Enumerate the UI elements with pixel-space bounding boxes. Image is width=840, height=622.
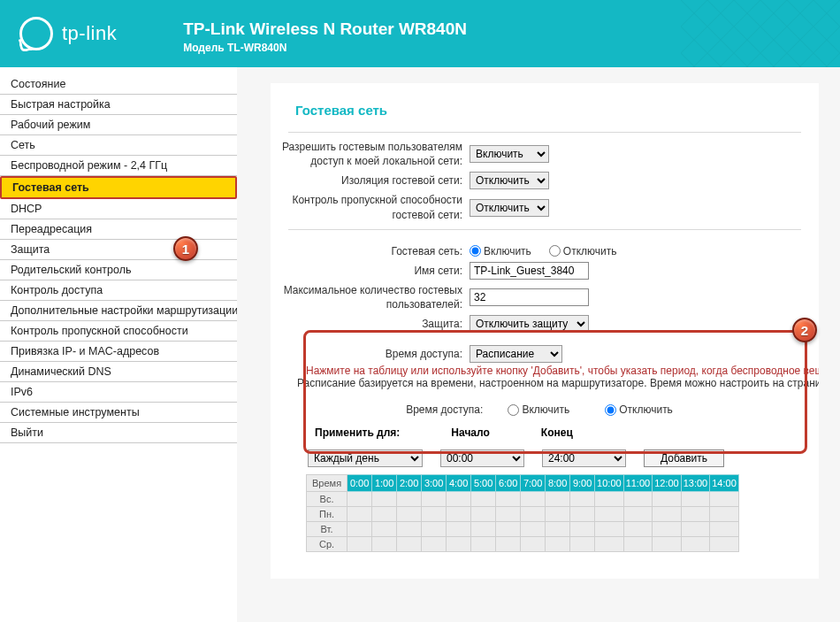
- schedule-cell[interactable]: [521, 507, 546, 522]
- schedule-cell[interactable]: [347, 507, 372, 522]
- top-settings: Разрешить гостевым пользователям доступ …: [271, 138, 819, 224]
- schedule-cell[interactable]: [710, 537, 739, 552]
- schedule-cell[interactable]: [681, 522, 710, 537]
- schedule-cell[interactable]: [471, 507, 496, 522]
- sidebar-item[interactable]: Дополнительные настройки маршрутизации: [0, 301, 237, 321]
- schedule-day-label: Вт.: [307, 522, 347, 537]
- sidebar-item[interactable]: Сеть: [0, 135, 237, 156]
- schedule-hour-header: 7:00: [521, 475, 546, 492]
- schedule-cell[interactable]: [570, 492, 595, 507]
- sidebar-item[interactable]: Контроль пропускной способности: [0, 321, 237, 342]
- schedule-cell[interactable]: [447, 522, 471, 537]
- schedule-cell[interactable]: [447, 507, 471, 522]
- sidebar-item[interactable]: Родительский контроль: [0, 260, 237, 280]
- schedule-cell[interactable]: [546, 492, 570, 507]
- schedule-cell[interactable]: [570, 507, 595, 522]
- sidebar-item[interactable]: IPv6: [0, 382, 237, 403]
- sidebar-item[interactable]: Контроль доступа: [0, 280, 237, 301]
- schedule-cell[interactable]: [653, 507, 682, 522]
- schedule-cell[interactable]: [422, 522, 447, 537]
- sidebar-item[interactable]: DHCP: [0, 199, 237, 219]
- schedule-cell[interactable]: [471, 492, 496, 507]
- schedule-cell[interactable]: [347, 522, 372, 537]
- schedule-cell[interactable]: [447, 492, 471, 507]
- sidebar-item[interactable]: Быстрая настройка: [0, 95, 237, 115]
- schedule-cell[interactable]: [347, 492, 372, 507]
- select-isolation[interactable]: Отключить: [470, 172, 549, 189]
- schedule-cell[interactable]: [496, 522, 521, 537]
- schedule-day-label: Вс.: [307, 492, 347, 507]
- sidebar-item[interactable]: Выйти: [0, 423, 237, 443]
- schedule-cell[interactable]: [397, 522, 422, 537]
- input-ssid[interactable]: [470, 262, 589, 280]
- device-title: TP-Link Wireless N Router WR840N: [183, 19, 467, 39]
- schedule-cell[interactable]: [595, 522, 624, 537]
- schedule-hour-header: 12:00: [653, 475, 682, 492]
- radio-guest-disable[interactable]: Отключить: [549, 245, 617, 257]
- schedule-cell[interactable]: [623, 507, 653, 522]
- schedule-cell[interactable]: [397, 492, 422, 507]
- input-max-users[interactable]: [470, 288, 589, 306]
- sidebar-item[interactable]: Беспроводной режим - 2,4 ГГц: [0, 156, 237, 176]
- tp-link-icon: [19, 17, 53, 50]
- schedule-cell[interactable]: [681, 507, 710, 522]
- select-allow-local[interactable]: Включить: [470, 145, 549, 163]
- schedule-cell[interactable]: [471, 522, 496, 537]
- schedule-hour-header: 8:00: [546, 475, 570, 492]
- schedule-cell[interactable]: [623, 492, 653, 507]
- schedule-cell[interactable]: [372, 492, 397, 507]
- schedule-cell[interactable]: [546, 522, 570, 537]
- device-model: Модель TL-WR840N: [183, 42, 467, 54]
- schedule-cell[interactable]: [710, 507, 739, 522]
- sidebar-item[interactable]: Системные инструменты: [0, 403, 237, 423]
- schedule-cell[interactable]: [422, 537, 447, 552]
- sidebar-item[interactable]: Защита: [0, 240, 237, 260]
- schedule-cell[interactable]: [570, 522, 595, 537]
- annotation-badge-1: 1: [173, 236, 198, 261]
- schedule-cell[interactable]: [653, 522, 682, 537]
- schedule-cell[interactable]: [521, 537, 546, 552]
- schedule-cell[interactable]: [681, 492, 710, 507]
- schedule-cell[interactable]: [546, 507, 570, 522]
- sidebar-item[interactable]: Состояние: [0, 74, 237, 95]
- schedule-cell[interactable]: [422, 492, 447, 507]
- label-bandwidth: Контроль пропускной способности гостевой…: [271, 193, 470, 221]
- schedule-cell[interactable]: [496, 507, 521, 522]
- app-header: tp-link TP-Link Wireless N Router WR840N…: [0, 0, 840, 67]
- label-isolation: Изоляция гостевой сети:: [271, 173, 470, 188]
- schedule-cell[interactable]: [447, 537, 471, 552]
- schedule-cell[interactable]: [570, 537, 595, 552]
- schedule-cell[interactable]: [372, 522, 397, 537]
- sidebar-item[interactable]: Рабочий режим: [0, 115, 237, 135]
- schedule-cell[interactable]: [595, 537, 624, 552]
- schedule-cell[interactable]: [595, 507, 624, 522]
- schedule-cell[interactable]: [347, 537, 372, 552]
- schedule-cell[interactable]: [496, 537, 521, 552]
- schedule-cell[interactable]: [595, 492, 624, 507]
- schedule-cell[interactable]: [623, 522, 653, 537]
- schedule-cell[interactable]: [653, 537, 682, 552]
- schedule-cell[interactable]: [623, 537, 653, 552]
- sidebar-item[interactable]: Динамический DNS: [0, 362, 237, 382]
- schedule-cell[interactable]: [521, 492, 546, 507]
- select-bandwidth[interactable]: Отключить: [470, 199, 549, 217]
- schedule-cell[interactable]: [546, 537, 570, 552]
- schedule-cell[interactable]: [496, 492, 521, 507]
- schedule-cell[interactable]: [471, 537, 496, 552]
- schedule-cell[interactable]: [681, 537, 710, 552]
- sidebar-item[interactable]: Переадресация: [0, 219, 237, 240]
- schedule-table[interactable]: Время0:001:002:003:004:005:006:007:008:0…: [306, 474, 739, 552]
- schedule-hour-header: 9:00: [570, 475, 595, 492]
- sidebar-item[interactable]: Гостевая сеть: [0, 176, 237, 199]
- schedule-cell[interactable]: [653, 492, 682, 507]
- schedule-cell[interactable]: [372, 537, 397, 552]
- schedule-cell[interactable]: [710, 492, 739, 507]
- schedule-cell[interactable]: [521, 522, 546, 537]
- schedule-cell[interactable]: [397, 537, 422, 552]
- schedule-cell[interactable]: [710, 522, 739, 537]
- schedule-cell[interactable]: [372, 507, 397, 522]
- sidebar-item[interactable]: Привязка IP- и MAC-адресов: [0, 342, 237, 362]
- schedule-cell[interactable]: [397, 507, 422, 522]
- radio-guest-enable[interactable]: Включить: [470, 245, 531, 257]
- schedule-cell[interactable]: [422, 507, 447, 522]
